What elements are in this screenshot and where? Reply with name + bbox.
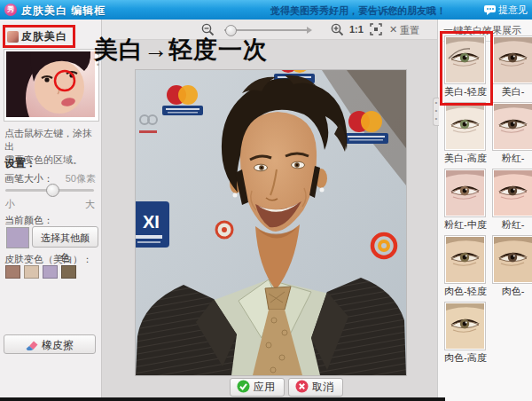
skin-color-swatch[interactable] <box>5 265 20 279</box>
feedback-label: 提意见 <box>498 4 528 15</box>
effect-thumb-pink-mid[interactable]: 粉红-中度 <box>444 169 486 232</box>
effect-thumb-flesh-mid[interactable]: 肉色- <box>492 235 532 298</box>
zoom-in-icon[interactable] <box>331 23 344 36</box>
eraser-icon <box>26 340 38 350</box>
brush-size-value: 50像素 <box>66 172 96 185</box>
tool-panel: 皮肤美白 点击鼠标左键，涂抹出 需要变色的区域。 <box>0 20 102 397</box>
canvas-zoom-slider[interactable] <box>224 29 308 31</box>
effect-label: 肉色- <box>492 285 532 298</box>
skin-color-swatch[interactable] <box>24 265 39 279</box>
fit-screen-icon[interactable] <box>370 23 382 35</box>
brush-size-label: 画笔大小： <box>4 172 53 185</box>
apply-check-icon <box>237 380 250 393</box>
slider-min-label: 小 <box>5 198 15 211</box>
settings-heading: 设置： <box>4 156 36 171</box>
effect-thumb-flesh-high[interactable]: 肉色-高度 <box>444 302 486 365</box>
sample-preview-image <box>4 49 99 122</box>
eraser-button[interactable]: 橡皮擦 <box>4 334 96 354</box>
tutorial-annotation-text: 美白→轻度一次 <box>94 34 268 66</box>
cancel-button[interactable]: 取消 <box>288 378 343 397</box>
effect-eye-image <box>444 169 486 217</box>
effect-label: 美白-高度 <box>444 152 486 165</box>
effect-eye-image <box>444 102 486 151</box>
window-title: 皮肤美白 编辑框 <box>21 4 106 19</box>
effect-eye-image <box>492 235 532 284</box>
effect-eye-image <box>492 169 532 217</box>
effect-label: 粉红-中度 <box>444 218 486 232</box>
feedback-button[interactable]: 提意见 <box>484 4 528 17</box>
reset-button[interactable]: 重置 <box>400 24 419 37</box>
photo-being-edited[interactable]: XI <box>135 69 407 376</box>
tool-thumbnail-icon <box>7 31 19 43</box>
current-color-swatch[interactable] <box>6 227 29 248</box>
effect-label: 肉色-轻度 <box>444 285 486 298</box>
skin-color-swatch[interactable] <box>43 265 58 279</box>
cancel-label: 取消 <box>312 381 333 393</box>
app-window: 秀 皮肤美白 编辑框 觉得美图秀秀好用，要告诉您的朋友哦！ 提意见 皮肤美白 <box>0 0 532 401</box>
speech-bubble-icon <box>484 5 496 15</box>
apply-label: 应用 <box>254 381 275 393</box>
tool-title-annotation-box: 皮肤美白 <box>3 25 75 48</box>
effect-label: 肉色-高度 <box>444 351 486 365</box>
effect-eye-image <box>444 235 486 284</box>
window-bottom-edge <box>0 397 445 401</box>
edit-canvas: 1:1 ✕ 重置 XI <box>102 20 437 397</box>
cancel-x-icon <box>295 380 309 393</box>
effects-panel-collapse-grip[interactable]: ••• <box>433 98 439 126</box>
slider-max-label: 大 <box>85 198 95 211</box>
portrait-photo: XI <box>136 70 406 375</box>
effect-thumb-whiten-mid[interactable]: 美白- <box>492 35 532 98</box>
effect-label: 美白- <box>492 85 532 98</box>
effect-thumb-whiten-high[interactable]: 美白-高度 <box>444 102 486 165</box>
svg-text:XI: XI <box>143 212 160 232</box>
selected-effect-annotation-box <box>440 31 493 106</box>
app-logo-icon: 秀 <box>4 4 17 16</box>
effect-eye-image <box>444 302 486 350</box>
effect-thumb-flesh-light[interactable]: 肉色-轻度 <box>444 235 486 298</box>
girl-face-image <box>6 51 95 117</box>
pick-other-color-button[interactable]: 选择其他颜色 <box>32 226 98 248</box>
skin-color-label: 皮肤变色（美白）： <box>4 253 92 266</box>
current-color-label: 当前颜色： <box>4 214 53 227</box>
title-bar: 秀 皮肤美白 编辑框 觉得美图秀秀好用，要告诉您的朋友哦！ 提意见 <box>0 0 532 20</box>
zoom-ratio-button[interactable]: 1:1 <box>349 24 364 35</box>
effect-label: 粉红- <box>492 218 532 232</box>
brush-size-slider-handle[interactable] <box>46 184 59 197</box>
tool-title: 皮肤美白 <box>21 29 67 44</box>
effect-eye-image <box>492 102 532 151</box>
eraser-label: 橡皮擦 <box>42 339 74 351</box>
reset-x-icon[interactable]: ✕ <box>389 24 397 35</box>
effect-eye-image <box>492 35 532 84</box>
brush-size-slider[interactable] <box>5 189 94 192</box>
apply-button[interactable]: 应用 <box>230 378 285 397</box>
announcement-text: 觉得美图秀秀好用，要告诉您的朋友哦！ <box>270 4 446 18</box>
effect-label: 粉红- <box>492 152 532 165</box>
effect-thumb-pink-light[interactable]: 粉红- <box>492 102 532 165</box>
effect-thumb-pink-high[interactable]: 粉红- <box>492 169 532 232</box>
skin-color-swatch[interactable] <box>61 265 76 279</box>
